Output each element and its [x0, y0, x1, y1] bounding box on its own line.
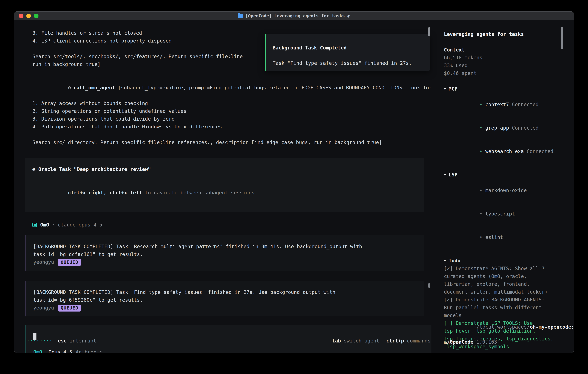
opencode-version-number: 1.0.163	[476, 339, 497, 345]
subagent-nav-hint: ctrl+x right, ctrl+x left to navigate be…	[32, 181, 418, 205]
lsp-item-name: markdown-oxide	[485, 187, 527, 193]
lsp-item-name: typescript	[485, 211, 515, 217]
terminal-content: 3. File handles or streams not closed 4.…	[14, 20, 574, 353]
mcp-item-name: grep_app	[485, 125, 509, 131]
agent-header: OmO · claude-opus-4-5	[32, 221, 431, 229]
tool-call-list-line: 3. Division operations that could divide…	[32, 115, 431, 123]
background-task-notification: Background Task Completed Task "Find typ…	[265, 34, 430, 71]
tab-key-hint: tab	[332, 338, 341, 344]
mcp-item: •websearch_exaConnected	[444, 140, 555, 163]
tool-call-list-line: 2. String operations on potentially unde…	[32, 107, 431, 115]
status-bar: ········ esc interrupt tabswitch agent c…	[23, 337, 430, 345]
mcp-item: •context7Connected	[444, 93, 555, 116]
message-meta: yeongyu QUEUED	[33, 258, 418, 266]
tool-call-block: ⚙call_omo_agent [subagent_type=explore, …	[23, 76, 431, 146]
esc-key-label: interrupt	[70, 337, 96, 345]
agent-separator: ·	[52, 221, 55, 229]
lsp-header-label: LSP	[449, 172, 457, 177]
workspace-prefix: ~/local-workspaces/	[473, 324, 530, 330]
main-scrollbar-thumb[interactable]	[428, 283, 430, 288]
blank-line	[32, 173, 418, 181]
lsp-header[interactable]: ▼LSP	[444, 171, 555, 179]
mcp-item-name: context7	[485, 102, 509, 107]
window-titlebar[interactable]: [OpenCode] Leveraging agents for tasks ◐	[14, 11, 574, 20]
chevron-down-icon: ▼	[444, 173, 446, 177]
ctrlp-key-hint: ctrl+p	[386, 338, 404, 344]
bullet-icon: •	[480, 148, 483, 154]
notification-title: Background Task Completed	[273, 44, 423, 52]
terminal-window: [OpenCode] Leveraging agents for tasks ◐…	[14, 11, 574, 353]
bullet-icon: •	[444, 339, 447, 345]
bullet-icon: •	[480, 102, 483, 107]
commands-hint: ctrl+pcommands	[386, 337, 430, 345]
agent-square-icon	[32, 223, 37, 227]
mcp-item-status: Connected	[527, 148, 553, 154]
tool-call-tail: Search src/ directory. Return specific f…	[32, 139, 431, 146]
message-author: yeongyu	[33, 258, 54, 266]
lsp-item-name: eslint	[485, 234, 503, 240]
context-section: Context 66,518 tokens 33% used $0.46 spe…	[444, 46, 555, 77]
session-title: Leveraging agents for tasks	[444, 30, 555, 38]
tool-call-name: call_omo_agent	[74, 85, 115, 91]
workspace-repo: oh-my-opencode:	[530, 324, 574, 330]
tool-call-args-text: [subagent_type=explore, prompt=Find pote…	[118, 85, 432, 91]
bullet-icon: •	[480, 211, 483, 217]
agent-model: claude-opus-4-5	[58, 221, 102, 229]
context-used: 33% used	[444, 62, 555, 69]
message-line: task_id="bg_dcfac161" to get results.	[33, 250, 418, 258]
todo-header[interactable]: ▼Todo	[444, 257, 555, 265]
gear-icon: ⚙	[68, 85, 71, 91]
message-line: [BACKGROUND TASK COMPLETED] Task "Resear…	[33, 243, 418, 250]
mcp-section: ▼MCP •context7Connected •grep_appConnect…	[444, 85, 555, 163]
message-meta: yeongyu QUEUED	[33, 304, 418, 312]
sidebar-scrollbar-thumb[interactable]	[561, 27, 563, 49]
message-line: task_id="bg_6f59260c" to get results.	[33, 296, 418, 304]
mcp-header-label: MCP	[449, 86, 457, 92]
mcp-item-name: websearch_exa	[485, 148, 524, 154]
lsp-section: ▼LSP •markdown-oxide •typescript •eslint	[444, 171, 555, 249]
blank-line	[32, 131, 431, 139]
tool-call-args	[115, 85, 118, 91]
window-title-area: [OpenCode] Leveraging agents for tasks ◐	[14, 11, 574, 20]
oracle-task-panel: ◉ Oracle Task "Deep architecture review"…	[25, 158, 424, 212]
notification-body: Task "Find type safety issues" finished …	[273, 59, 423, 67]
window-title: [OpenCode] Leveraging agents for tasks ◐	[246, 12, 350, 20]
tab-key-label: switch agent	[344, 338, 379, 344]
bullet-icon: •	[480, 234, 483, 240]
agent-name: OmO	[40, 221, 49, 229]
context-tokens: 66,518 tokens	[444, 54, 555, 62]
status-left: ········ esc interrupt	[23, 337, 96, 345]
mcp-item-status: Connected	[512, 125, 538, 131]
bullet-icon: •	[480, 125, 483, 131]
mcp-item: •grep_appConnected	[444, 116, 555, 140]
lsp-item: •eslint	[444, 226, 555, 249]
tool-call-header: ⚙call_omo_agent [subagent_type=explore, …	[32, 76, 431, 100]
input-model-name: Opus 4.5	[48, 349, 72, 353]
session-sidebar: Leveraging agents for tasks Context 66,5…	[444, 30, 555, 353]
lsp-item: •markdown-oxide	[444, 179, 555, 202]
message-author: yeongyu	[33, 304, 54, 312]
hint-keys: ctrl+x right, ctrl+x left	[68, 190, 142, 196]
status-badge: QUEUED	[58, 304, 81, 311]
tool-call-list-line: 4. Path operations that don't handle Win…	[32, 123, 431, 131]
tool-call-list-line: 1. Array access without bounds checking	[32, 100, 431, 107]
bullet-icon: •	[480, 187, 483, 193]
lsp-item: •typescript	[444, 202, 555, 226]
tab-hint: tabswitch agent	[332, 337, 379, 345]
input-agent-name: OmO	[33, 349, 42, 353]
workspace-line: ~/local-workspaces/oh-my-opencode:	[444, 315, 560, 339]
esc-key-hint: esc	[58, 337, 67, 345]
main-scrollbar-thumb[interactable]	[428, 27, 430, 36]
status-badge: QUEUED	[58, 259, 81, 266]
spinner-dots: ········	[27, 337, 53, 345]
context-header: Context	[444, 46, 555, 54]
context-spent: $0.46 spent	[444, 69, 555, 77]
mcp-header[interactable]: ▼MCP	[444, 85, 555, 93]
mcp-item-status: Connected	[512, 102, 538, 107]
todo-header-label: Todo	[449, 258, 460, 263]
desktop: [OpenCode] Leveraging agents for tasks ◐…	[0, 0, 588, 374]
hint-text: to navigate between subagent sessions	[142, 190, 254, 196]
background-task-message: [BACKGROUND TASK COMPLETED] Task "Find t…	[25, 281, 424, 316]
opencode-version: •OpenCode1.0.163	[444, 338, 497, 346]
chevron-down-icon: ▼	[444, 87, 446, 91]
